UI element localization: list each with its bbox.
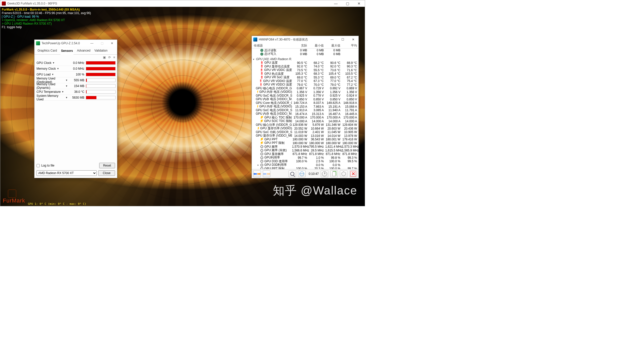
sensor-value: 99.8 %	[325, 156, 342, 159]
gpuz-footer: Log to file Reset AMD Radeon RX 5700 XT …	[34, 161, 117, 178]
clock-button[interactable]	[321, 170, 328, 177]
col-sensor[interactable]: 传感器	[253, 44, 291, 48]
sensor-row[interactable]: GPU PPT 限制100.0 %20.3 %100.0 %99.7 %	[252, 167, 359, 169]
sensor-value: 77.0 °C	[325, 79, 342, 83]
col-min[interactable]: 最小值	[307, 44, 324, 48]
th-icon	[261, 69, 262, 72]
sensor-value: 170.000 A	[292, 116, 309, 119]
minimize-button[interactable]: ―	[87, 40, 97, 47]
sensor-value: 0.778 V	[309, 94, 325, 97]
nav-arrows-dim-button[interactable]: ⬅➡	[263, 170, 270, 177]
minimize-button[interactable]: ―	[327, 36, 337, 43]
close-button[interactable]: ✕	[353, 0, 365, 7]
dropdown-icon[interactable]: ▼	[57, 67, 59, 70]
sensor-row[interactable]: Memory Used (Dynamic)▼154 MB	[36, 83, 116, 89]
sensor-value: 90.3 °C	[342, 65, 359, 68]
close-button-status[interactable]: ✕	[349, 170, 357, 177]
sensor-label: Memory Clock▼	[36, 67, 68, 70]
close-button-footer[interactable]: Close	[98, 170, 115, 176]
clock-icon	[322, 171, 327, 176]
hwinfo-titlebar[interactable]: HWiNFO64 v7.30-4870 - 传感器状态 ― ☐ ✕	[252, 36, 359, 43]
sensor-value: 100.0 %	[292, 159, 309, 163]
hwinfo-statusbar: ⬅➡ ⬅➡ 0:10:47 ✕	[252, 169, 359, 178]
sensor-value: 79.0 °C	[292, 83, 309, 87]
sensor-value: 795.5 MHz	[309, 145, 325, 148]
osd-line-5: > GPU 1 (AMD Radeon RX 5700 XT)	[2, 22, 91, 25]
sensor-value: 15.068 A	[342, 105, 359, 108]
refresh-icon[interactable]: ⟳	[108, 56, 111, 59]
gear-icon	[341, 172, 346, 176]
close-button[interactable]: ✕	[107, 40, 117, 47]
sensor-value: 92.0 °C	[325, 65, 342, 68]
sensor-value: 170.000 A	[342, 116, 359, 119]
sensor-value: 71.6 °C	[342, 68, 359, 72]
expand-icon[interactable]: ▸	[257, 164, 259, 166]
sensor-value: 0 MB	[309, 49, 325, 52]
close-button[interactable]: ✕	[348, 36, 359, 43]
dropdown-icon[interactable]: ▼	[62, 91, 64, 93]
sensor-value: 100.0 %	[325, 167, 342, 169]
dropdown-icon[interactable]: ▼	[52, 62, 55, 64]
gpuz-sensors-list: GPU Clock▼0.0 MHzMemory Clock▼0.0 MHzGPU…	[34, 60, 117, 101]
sensor-value: 90.6 °C	[325, 61, 342, 65]
sensor-value: 14.003 W	[292, 134, 309, 138]
expand-icon[interactable]: ▾	[253, 58, 254, 61]
hwinfo-sensor-tree[interactable]: 总计读取0 MB0 MB0 MB总计写入0 MB0 MB0 MB▾GPU [#0…	[252, 49, 359, 169]
log-checkbox-input[interactable]	[37, 164, 40, 167]
sensor-value: 55.5 °C	[309, 68, 325, 72]
sensor-value: 131.346 W	[325, 123, 342, 127]
sensor-row[interactable]: 总计写入0 MB0 MB0 MB	[252, 52, 359, 56]
sensor-row[interactable]: GPU 显存功率 (VDDCI_MEM)14.003 W13.016 W14.0…	[252, 134, 359, 138]
dropdown-icon[interactable]: ▼	[52, 73, 54, 76]
maximize-button[interactable]: ☐	[337, 36, 348, 43]
sensor-value: 129.604 W	[342, 123, 359, 127]
nav-arrows-button[interactable]: ⬅➡	[253, 170, 261, 177]
sensor-label: 总计写入	[264, 52, 276, 56]
maximize-button[interactable]: ▢	[342, 0, 353, 7]
io-icon	[260, 53, 263, 56]
hamburger-icon[interactable]: ≡	[113, 56, 115, 59]
sensor-row[interactable]: System Memory Used▼5630 MB	[36, 95, 116, 101]
settings-button[interactable]	[340, 170, 347, 177]
sensor-value: 0 MB	[325, 49, 342, 52]
log-to-file-checkbox[interactable]: Log to file	[37, 164, 54, 167]
sensor-row[interactable]: Memory Clock▼0.0 MHz	[36, 66, 116, 72]
sensor-value: 180.001 W	[325, 138, 342, 141]
log-button[interactable]	[330, 170, 338, 177]
search-button[interactable]	[289, 170, 296, 177]
sensor-value: 69.0 °C	[292, 76, 309, 79]
gpu-select[interactable]: AMD Radeon RX 5700 XT	[37, 170, 97, 176]
sensor-row[interactable]: GPU Clock▼0.0 MHz	[36, 60, 116, 66]
sensor-value: 0.729 V	[309, 87, 325, 90]
reset-button[interactable]: Reset	[99, 163, 115, 168]
network-button[interactable]	[298, 170, 306, 177]
maximize-button[interactable]: ▢	[97, 40, 107, 47]
dropdown-icon[interactable]: ▼	[65, 96, 68, 99]
sensor-bar	[86, 67, 116, 70]
sensor-value: 99.7 %	[342, 167, 359, 169]
sensor-value: 11.045 W	[325, 130, 342, 134]
sensor-value: 0.867 V	[292, 87, 309, 90]
sensor-value: 0 MB	[309, 52, 325, 56]
sensor-value: 1,615.5 MHz	[325, 149, 342, 152]
gpuz-titlebar[interactable]: TechPowerUp GPU-Z 2.54.0 ― ▢ ✕	[34, 40, 117, 47]
screenshot-icon[interactable]: ▣	[103, 56, 106, 59]
tab-sensors[interactable]: Sensors	[60, 48, 73, 55]
col-current[interactable]: 实际	[291, 44, 307, 48]
sensor-value: 0.0 %	[325, 163, 342, 167]
minimize-button[interactable]: ―	[330, 0, 342, 7]
tab-advanced[interactable]: Advanced	[77, 48, 91, 54]
col-max[interactable]: 最大值	[324, 44, 340, 48]
tab-validation[interactable]: Validation	[94, 48, 108, 54]
tab-graphics-card[interactable]: Graphics Card	[37, 48, 57, 54]
dropdown-icon[interactable]: ▼	[65, 85, 68, 87]
sensor-value: 105.3 °C	[292, 72, 309, 75]
dropdown-icon[interactable]: ▼	[65, 79, 68, 82]
sensor-value: 68.2 °C	[309, 61, 325, 65]
sensor-value: 15.191 A	[325, 105, 342, 108]
furmark-titlebar[interactable]: Geeks3D FurMark v1.35.0.0 - 96FPS ― ▢ ✕	[0, 0, 365, 7]
sensor-value: 180.000 W	[292, 138, 309, 141]
sensor-value: 180.000 W	[292, 141, 309, 145]
sensor-value: 179.416 W	[342, 138, 359, 141]
col-avg[interactable]: 平均	[340, 44, 357, 48]
